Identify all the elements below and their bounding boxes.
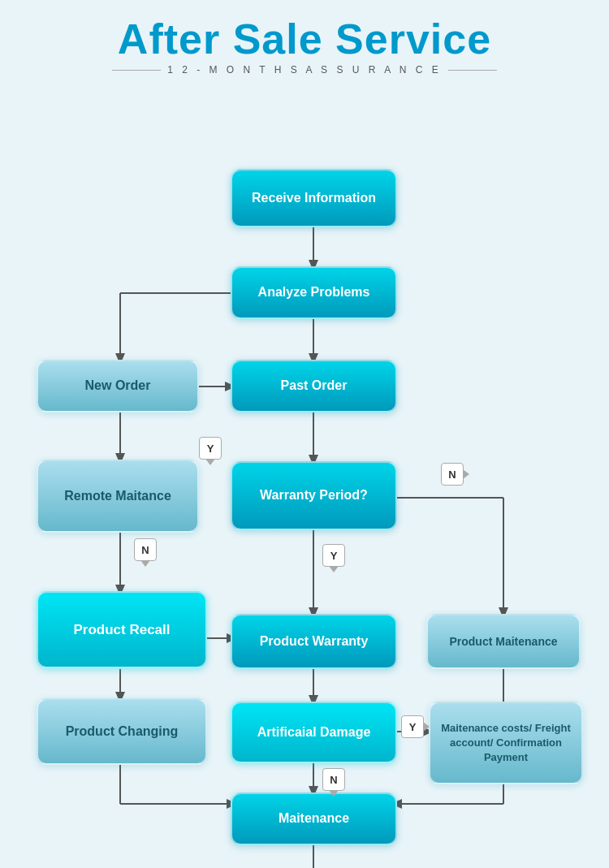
main-title: After Sale Service [0, 16, 609, 63]
product-recall-box: Product Recall [37, 591, 207, 668]
label-n1: N [134, 538, 157, 561]
label-y3: Y [401, 715, 424, 738]
label-y1: Y [199, 437, 222, 460]
subtitle: 1 2 - M O N T H S A S S U R A N C E [0, 64, 609, 76]
product-changing-box: Product Changing [37, 698, 207, 765]
warranty-period-box: Warranty Period? [231, 461, 397, 530]
maitenance-costs-box: Maitenance costs/ Freight account/ Confi… [429, 702, 583, 784]
product-warranty-box: Product Warranty [231, 614, 397, 669]
product-maitenance-box: Product Maitenance [426, 614, 581, 669]
remote-maitance-box: Remote Maitance [37, 460, 199, 533]
flowchart: Receive Information Analyze Problems New… [0, 88, 609, 868]
analyze-problems-box: Analyze Problems [231, 266, 397, 319]
artificial-damage-box: Artificaial Damage [231, 702, 397, 763]
label-n3: N [322, 768, 345, 791]
page-container: After Sale Service 1 2 - M O N T H S A S… [0, 0, 609, 868]
maitenance-box: Maitenance [231, 792, 397, 845]
past-order-box: Past Order [231, 360, 397, 412]
title-section: After Sale Service 1 2 - M O N T H S A S… [0, 8, 609, 80]
label-n2: N [441, 463, 464, 486]
label-y2: Y [322, 544, 345, 567]
receive-information-box: Receive Information [231, 169, 397, 227]
new-order-box: New Order [37, 360, 199, 412]
